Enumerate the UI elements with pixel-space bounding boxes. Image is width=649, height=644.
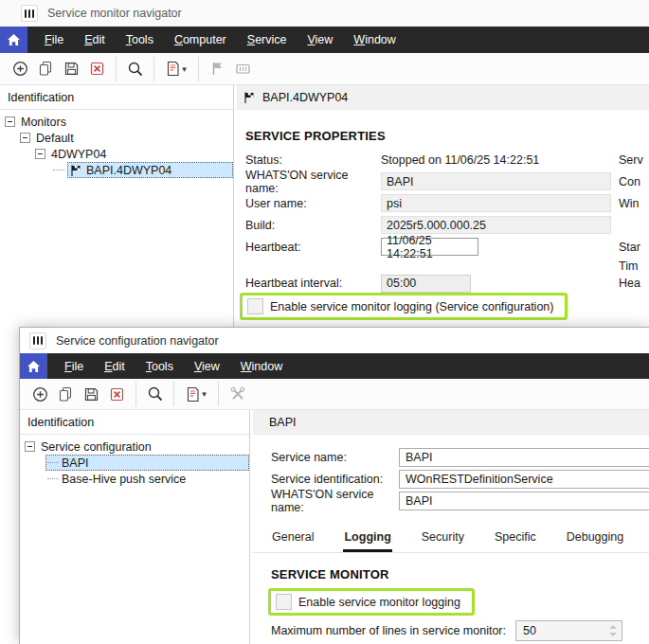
tree-item-label[interactable]: BAPI [62,456,89,470]
whatson-field[interactable]: BAPI [381,172,611,190]
tree-item-bapi-4dwyp04[interactable]: BAPI.4DWYP04 [0,162,233,178]
tree-item-label[interactable]: Service configuration [41,440,152,454]
menu-tools[interactable]: Tools [116,33,164,46]
tree-connector [47,462,59,463]
user-name-field[interactable]: psi [381,194,611,212]
main-area: Identification Service configuration BAP… [20,410,649,644]
tab-logging[interactable]: Logging [343,528,391,552]
menubar: File Edit Tools View Window [20,353,649,379]
max-lines-input[interactable]: 50 [515,620,622,641]
titlebar[interactable]: Service configuration navigator [20,328,649,353]
toolbar-separator [153,57,154,81]
home-button[interactable] [20,353,47,379]
service-identification-field[interactable]: WOnRESTDefinitionService [399,470,649,489]
menu-computer[interactable]: Computer [164,33,237,46]
home-button[interactable] [0,27,27,53]
save-button[interactable] [79,382,104,406]
tab-general[interactable]: General [271,528,315,552]
collapse-icon[interactable] [25,441,35,452]
service-name-label: Service name: [271,451,399,464]
tree-item-bapi[interactable]: BAPI [20,455,249,471]
tab-debugging[interactable]: Debugging [566,528,624,552]
menu-edit[interactable]: Edit [94,360,135,373]
flag-button[interactable] [205,57,230,81]
enable-logging-checkbox[interactable] [247,298,263,314]
section-title: SERVICE MONITOR [271,567,649,581]
checkered-flag-icon [69,164,82,177]
menu-window[interactable]: Window [343,33,406,46]
spin-down-icon[interactable] [609,633,617,636]
field-row-user: User name: psi Win [245,192,649,214]
selected-tree-item[interactable]: BAPI.4DWYP04 [67,162,233,178]
monitor-tree: Monitors Default 4DWYP04 BAPI [0,110,233,178]
search-icon [127,61,144,78]
titlebar[interactable]: Service monitor navigator [0,0,649,27]
tools-button[interactable] [225,382,250,406]
save-icon [63,61,80,77]
heartbeat-field[interactable]: 11/06/25 14:22:51 [381,238,478,256]
whatson-field[interactable]: BAPI [399,492,649,510]
home-icon [7,33,21,46]
toolbar: ▾ [20,379,649,410]
selected-tree-item[interactable]: BAPI [45,455,249,471]
service-identification-label: Service identification: [271,473,399,486]
tree-item-service-configuration[interactable]: Service configuration [20,438,249,455]
delete-x-icon [109,386,125,402]
add-button[interactable] [27,382,53,406]
report-button[interactable]: ▾ [160,57,192,81]
clipped-label-win: Win [619,197,640,210]
menu-service[interactable]: Service [237,33,297,46]
panel-header: BAPI.4DWYP04 [237,85,649,110]
service-name-field[interactable]: BAPI [399,448,649,467]
enable-logging-checkbox[interactable] [276,594,292,610]
build-field[interactable]: 2025r5.000.000.25 [381,216,611,234]
tree-item-label[interactable]: 4DWYP04 [51,148,106,161]
clipped-label-con: Con [619,175,640,188]
search-button[interactable] [122,57,148,81]
tree-item-label[interactable]: Default [36,132,74,145]
copy-button[interactable] [53,382,79,406]
menu-view[interactable]: View [184,360,230,373]
tree-item-base-hive-push-service[interactable]: Base-Hive push service [20,471,249,487]
toolbar-separator [218,382,219,406]
collapse-icon[interactable] [20,133,30,143]
tree-item-label[interactable]: BAPI.4DWYP04 [86,164,171,177]
delete-button[interactable] [104,382,130,406]
tree-panel: Identification Service configuration BAP… [20,410,250,644]
collapse-icon[interactable] [35,149,45,159]
window-title: Service monitor navigator [47,7,182,20]
app-icon [29,332,46,349]
annotation-highlight-box: Enable service monitor logging (Service … [240,293,568,320]
max-lines-row: Maximum number of lines in service monit… [271,620,649,641]
tree-connector [53,170,64,170]
delete-button[interactable] [84,57,110,81]
menu-window[interactable]: Window [230,360,293,373]
menu-tools[interactable]: Tools [135,360,184,373]
archive-icon [235,61,251,77]
tree-item-label[interactable]: Base-Hive push service [62,473,186,486]
collapse-icon[interactable] [5,116,15,127]
save-button[interactable] [59,57,84,81]
window-title: Service configuration navigator [56,334,219,348]
menu-edit[interactable]: Edit [74,33,116,46]
menu-view[interactable]: View [297,33,343,46]
tab-specific[interactable]: Specific [494,528,537,552]
spin-up-icon[interactable] [609,625,617,629]
menu-file[interactable]: File [54,360,94,373]
report-button[interactable]: ▾ [180,382,212,406]
max-lines-value[interactable]: 50 [523,624,536,637]
tree-item-monitors[interactable]: Monitors [0,114,233,130]
menu-file[interactable]: File [34,33,74,46]
tab-security[interactable]: Security [421,528,465,552]
tree-item-label[interactable]: Monitors [21,116,66,129]
tree-item-4dwyp04[interactable]: 4DWYP04 [0,146,233,162]
copy-icon [58,386,74,402]
spinner-buttons[interactable] [609,625,622,636]
add-button[interactable] [8,57,33,81]
archive-button[interactable] [230,57,256,81]
heartbeat-interval-field[interactable]: 05:00 [381,275,471,293]
copy-button[interactable] [33,57,59,81]
panel-header: BAPI [253,410,649,435]
tree-item-default[interactable]: Default [0,130,233,146]
search-button[interactable] [142,382,168,406]
